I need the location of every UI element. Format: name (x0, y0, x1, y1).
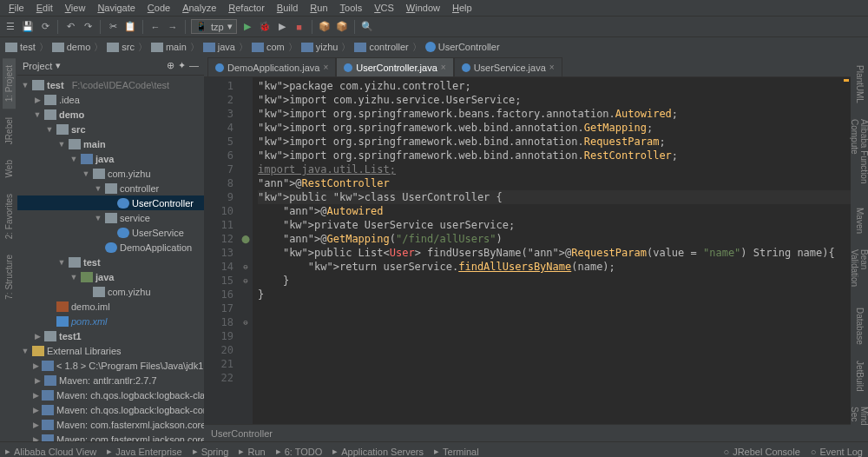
code-editor[interactable]: 12345678910111213141516171819202122 ⬤⊖⊖⊖… (204, 77, 851, 424)
collapse-icon[interactable]: ⊕ (167, 60, 174, 71)
vtab-structure[interactable]: 7: Structure (3, 248, 16, 307)
tree-item[interactable]: ▼test (17, 255, 204, 269)
save-icon[interactable]: 💾 (21, 20, 35, 34)
code-content[interactable]: "kw">package com.yizhu.controller;"kw">i… (253, 77, 851, 424)
menu-code[interactable]: Code (142, 1, 175, 15)
vtab-plantuml[interactable]: PlantUML (853, 58, 866, 110)
hide-icon[interactable]: — (189, 60, 199, 71)
crumb-demo[interactable]: demo (52, 42, 91, 52)
bottom-tab-terminal[interactable]: ▸Terminal (434, 446, 479, 457)
tree-lib[interactable]: ▶Maven: ch.qos.logback:logback-core:1.2.… (17, 402, 204, 417)
menu-build[interactable]: Build (272, 1, 303, 15)
tree-item[interactable]: ▼java (17, 151, 204, 166)
menu-vcs[interactable]: VCS (369, 1, 399, 15)
vtab-maven[interactable]: Maven (853, 201, 866, 241)
tab-DemoApplication[interactable]: DemoApplication.java× (207, 57, 336, 76)
menu-navigate[interactable]: Navigate (92, 1, 140, 15)
sdk-icon[interactable]: 📦 (335, 20, 349, 34)
tree-lib[interactable]: ▶Maven: ch.qos.logback:logback-classic:1… (17, 387, 204, 402)
menu-tools[interactable]: Tools (335, 1, 368, 15)
tree-lib[interactable]: ▶Maven: com.fasterxml.jackson.core:jacks… (17, 417, 204, 432)
structure-icon[interactable]: 📦 (318, 20, 332, 34)
settings-icon[interactable]: ✦ (178, 60, 186, 71)
close-icon[interactable]: × (323, 63, 328, 72)
tree-item[interactable]: DemoApplication (17, 240, 204, 255)
cut-icon[interactable]: ✂ (106, 20, 120, 34)
tree-item[interactable]: ▶test1 (17, 328, 204, 343)
tree-item[interactable]: ▼src (17, 122, 204, 136)
forward-icon[interactable]: → (166, 20, 180, 34)
bottom-tab-event-log[interactable]: ○Event Log (811, 447, 863, 457)
tree-item[interactable]: ▼demo (17, 107, 204, 122)
tree-lib[interactable]: ▶Maven: com.fasterxml.jackson.core:jacks… (17, 432, 204, 441)
tree-item[interactable]: ▼com.yizhu (17, 166, 204, 181)
bottom-tab-6-todo[interactable]: ▸6: TODO (276, 446, 323, 457)
tree-root[interactable]: ▼test F:\code\IDEACode\test (17, 77, 204, 92)
tab-UserController[interactable]: UserController.java× (336, 57, 453, 76)
menu-file[interactable]: File (3, 1, 30, 15)
tree-item[interactable]: ▼service (17, 210, 204, 225)
tree-item[interactable]: ▼java (17, 269, 204, 284)
tree-item[interactable]: com.yizhu (17, 284, 204, 299)
refresh-icon[interactable]: ⟳ (38, 20, 52, 34)
vtab-bean-validation[interactable]: Bean Validation (848, 242, 868, 299)
editor-tabs: DemoApplication.java×UserController.java… (204, 56, 851, 77)
tree-item[interactable]: demo.iml (17, 299, 204, 314)
copy-icon[interactable]: 📋 (123, 20, 137, 34)
debug-icon[interactable]: 🐞 (258, 20, 272, 34)
crumb-controller[interactable]: controller (354, 42, 408, 52)
tree-item[interactable]: ▼main (17, 136, 204, 151)
vtab-jrebel[interactable]: JRebel (3, 110, 16, 151)
project-tree[interactable]: ▼test F:\code\IDEACode\test ▶.idea ▼demo… (17, 76, 204, 441)
menu-help[interactable]: Help (447, 1, 477, 15)
stop-icon[interactable]: ■ (293, 20, 306, 34)
tree-usercontroller[interactable]: UserController (17, 195, 204, 210)
nav-breadcrumb: test〉demo〉src〉main〉java〉com〉yizhu〉contro… (0, 37, 868, 56)
menu-run[interactable]: Run (305, 1, 332, 15)
run-icon[interactable]: ▶ (240, 20, 254, 34)
vtab-web[interactable]: Web (3, 153, 16, 184)
right-tool-strip: PlantUMLAlibaba Function ComputeMavenBea… (851, 56, 868, 441)
menu-edit[interactable]: Edit (31, 1, 58, 15)
open-icon[interactable]: ☰ (3, 20, 17, 34)
close-icon[interactable]: × (441, 63, 446, 72)
crumb-src[interactable]: src (107, 42, 135, 52)
tree-item[interactable]: UserService (17, 225, 204, 240)
vtab-project[interactable]: 1: Project (3, 58, 16, 109)
close-icon[interactable]: × (549, 63, 555, 72)
vtab-favorites[interactable]: 2: Favorites (3, 187, 16, 246)
bottom-tab-jrebel-console[interactable]: ○JRebel Console (723, 447, 799, 457)
run-config-combo[interactable]: 📱 tzp ▾ (191, 19, 237, 34)
search-icon[interactable]: 🔍 (360, 20, 374, 34)
menu-analyze[interactable]: Analyze (177, 1, 221, 15)
tree-lib[interactable]: ▶< 1.8 > C:\Program Files\Java\jdk1.8.0_… (17, 358, 204, 373)
crumb-com[interactable]: com (252, 42, 285, 52)
bottom-tab-application-servers[interactable]: ▸Application Servers (332, 446, 424, 457)
back-icon[interactable]: ← (148, 20, 162, 34)
vtab-database[interactable]: Database (853, 301, 866, 352)
crumb-main[interactable]: main (151, 42, 187, 52)
crumb-test[interactable]: test (5, 42, 36, 52)
crumb-yizhu[interactable]: yizhu (301, 42, 339, 52)
menu-window[interactable]: Window (401, 1, 445, 15)
vtab-mind-sec[interactable]: Mind Sec (848, 400, 868, 440)
crumb-UserController[interactable]: UserController (425, 42, 500, 52)
vtab-alibaba-function-compute[interactable]: Alibaba Function Compute (848, 112, 868, 199)
bottom-tab-java-enterprise[interactable]: ▸Java Enterprise (107, 446, 181, 457)
redo-icon[interactable]: ↷ (81, 20, 95, 34)
tree-extlib[interactable]: ▼External Libraries (17, 343, 204, 358)
tree-item[interactable]: ▼controller (17, 181, 204, 195)
bottom-tab-run[interactable]: ▸Run (239, 446, 265, 457)
menu-view[interactable]: View (60, 1, 91, 15)
tab-UserService[interactable]: UserService.java× (454, 57, 562, 76)
coverage-icon[interactable]: ▶ (275, 20, 289, 34)
vtab-jetbuild[interactable]: JetBuild (853, 354, 866, 399)
crumb-java[interactable]: java (203, 42, 235, 52)
bottom-tab-spring[interactable]: ▸Spring (193, 446, 229, 457)
bottom-tab-alibaba-cloud-view[interactable]: ▸Alibaba Cloud View (5, 446, 96, 457)
undo-icon[interactable]: ↶ (63, 20, 77, 34)
tree-item[interactable]: ▶.idea (17, 92, 204, 107)
tree-item[interactable]: pom.xml (17, 314, 204, 328)
menu-refactor[interactable]: Refactor (223, 1, 270, 15)
tree-lib[interactable]: ▶Maven: antlr:antlr:2.7.7 (17, 373, 204, 387)
